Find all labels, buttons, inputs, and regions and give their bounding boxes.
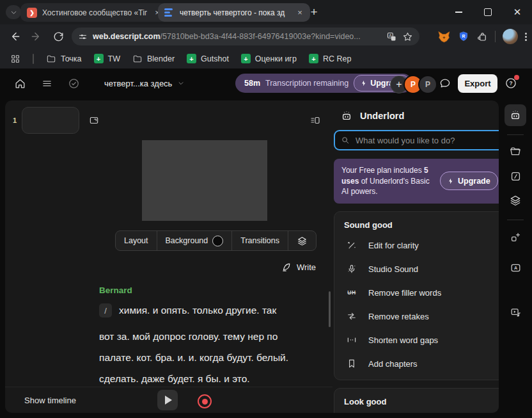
transcript-text[interactable]: палате. кот. бра. и. и. когда будут. бел…: [99, 347, 313, 368]
rail-underlord-button[interactable]: [505, 104, 526, 126]
apps-grid-icon[interactable]: [10, 54, 20, 64]
shield-extension-icon[interactable]: R: [458, 31, 469, 42]
avatar-p2[interactable]: P: [418, 75, 437, 94]
action-studio-sound[interactable]: Studio Sound: [334, 257, 499, 281]
translate-icon[interactable]: A: [386, 31, 397, 42]
remove-retakes-icon: [345, 310, 358, 322]
layout-label: Layout: [124, 236, 148, 245]
new-tab-button[interactable]: +: [306, 4, 322, 20]
check-circle-icon[interactable]: [68, 77, 80, 90]
studio-sound-icon: [345, 263, 358, 275]
back-icon[interactable]: [8, 29, 22, 44]
close-button[interactable]: ✕: [503, 0, 532, 24]
action-remove-filler-words[interactable]: UH Remove filler words: [334, 281, 499, 305]
speaker-label[interactable]: Bernard: [99, 285, 313, 295]
minimize-button[interactable]: [444, 0, 473, 24]
browser-tab-1[interactable]: ❯ Хостинговое сообщество «Tim ×: [20, 3, 168, 22]
action-add-chapters[interactable]: Add chapters: [334, 352, 499, 376]
folder-icon: [509, 145, 522, 158]
browser-menu-icon[interactable]: [525, 33, 527, 41]
tab2-close-icon[interactable]: ×: [295, 8, 305, 18]
rail-media-library-button[interactable]: [505, 141, 526, 163]
video-canvas[interactable]: [142, 140, 267, 221]
edit-for-clarity-icon: [345, 239, 358, 251]
comments-icon[interactable]: [439, 77, 451, 90]
transcript-line[interactable]: / химия. и опять. только другие. так: [99, 303, 313, 318]
help-button[interactable]: ?: [505, 77, 517, 90]
action-eye-contact[interactable]: Eye Contact: [334, 410, 499, 414]
fit-canvas-icon[interactable]: [88, 115, 100, 126]
search-icon: [341, 136, 350, 145]
rail-stock-media-button[interactable]: [505, 301, 526, 323]
transcript[interactable]: Bernard / химия. и опять. только другие.…: [99, 285, 313, 389]
bookmark-star-icon[interactable]: [402, 31, 413, 42]
reload-icon[interactable]: [51, 29, 65, 44]
tab2-title: четверть четвертого - пока зд: [180, 8, 290, 17]
stock-media-icon: [510, 307, 522, 319]
action-shorten-word-gaps[interactable]: Shorten word gaps: [334, 328, 499, 352]
action-edit-for-clarity[interactable]: Edit for clarity: [334, 234, 499, 257]
forward-icon[interactable]: [29, 29, 43, 44]
profile-avatar[interactable]: [503, 29, 518, 44]
transitions-button[interactable]: Transitions: [231, 231, 288, 250]
rail-properties-button[interactable]: [505, 165, 526, 187]
collaborators: + P P: [390, 75, 437, 94]
layers-icon: [509, 194, 522, 207]
toolbar-separator: [495, 31, 496, 42]
underlord-search-input[interactable]: [354, 135, 499, 146]
menu-icon[interactable]: [42, 78, 52, 89]
project-title-menu[interactable]: четверт...ка здесь: [104, 68, 184, 98]
bookmark-rc-rep[interactable]: + RC Rep: [309, 54, 351, 63]
slash-command-chip[interactable]: /: [99, 303, 112, 318]
bookmark-ocenki-igr[interactable]: + Оценки игр: [241, 54, 297, 63]
action-label: Edit for clarity: [368, 241, 419, 250]
document-column: 1 Layout Backg: [5, 100, 332, 413]
toggle-sidebar-icon[interactable]: [309, 115, 321, 126]
layers-button[interactable]: [288, 231, 316, 250]
background-button[interactable]: Background: [157, 231, 232, 250]
metamask-extension-icon[interactable]: [437, 30, 451, 44]
chevron-down-icon: [178, 80, 184, 86]
browser-tab-2[interactable]: четверть четвертого - пока зд ×: [158, 3, 310, 22]
record-button[interactable]: [198, 394, 212, 408]
play-button[interactable]: [157, 390, 178, 410]
layout-button[interactable]: Layout: [116, 231, 157, 250]
extensions-row: R: [437, 29, 527, 44]
transitions-label: Transitions: [240, 236, 279, 245]
browser-toolbar: web.descript.com/57810beb-bd3a-4f44-883f…: [0, 24, 532, 49]
scene-thumbnail[interactable]: [22, 107, 79, 134]
window-controls: ✕: [444, 0, 532, 24]
tab-search-button[interactable]: [6, 5, 21, 19]
url-path: /57810beb-bd3a-4f44-883f-64976419003e?ki…: [160, 32, 361, 41]
transcript-lines[interactable]: вот за. мой допрос голову. тему нер по п…: [99, 326, 313, 389]
bookmark-tochka[interactable]: Точка: [46, 54, 82, 64]
scene-item[interactable]: 1: [13, 107, 79, 134]
maximize-button[interactable]: [473, 0, 503, 24]
rail-divider: [507, 134, 524, 135]
underlord-search[interactable]: [334, 130, 499, 150]
plan-upgrade-label: Upgrade: [458, 177, 490, 186]
transcription-label: Transcription remaining: [265, 79, 348, 88]
rail-layers-button[interactable]: [505, 189, 526, 211]
export-button[interactable]: Export: [458, 74, 497, 93]
site-info-icon[interactable]: [78, 32, 88, 42]
write-button[interactable]: Write: [281, 262, 316, 273]
background-color-swatch[interactable]: [212, 236, 223, 246]
plan-upgrade-button[interactable]: Upgrade: [440, 172, 498, 190]
bookmark-gutshot[interactable]: + Gutshot: [187, 54, 229, 63]
show-timeline-button[interactable]: Show timeline: [24, 387, 76, 413]
action-remove-retakes[interactable]: Remove retakes: [334, 305, 499, 328]
action-label: Remove filler words: [368, 288, 441, 298]
bookmark-blender[interactable]: Blender: [132, 54, 175, 64]
bookmark-tw[interactable]: + TW: [94, 54, 120, 63]
transcript-scrollbar[interactable]: [329, 291, 331, 327]
address-bar[interactable]: web.descript.com/57810beb-bd3a-4f44-883f…: [72, 28, 419, 45]
transcript-text[interactable]: химия. и опять. только другие. так: [119, 305, 276, 316]
sheet-icon: +: [187, 54, 196, 63]
transcript-text[interactable]: вот за. мой допрос голову. тему нер по: [99, 326, 313, 347]
rail-add-elements-button[interactable]: [505, 226, 526, 248]
extensions-puzzle-icon[interactable]: [476, 31, 488, 42]
home-icon[interactable]: [14, 77, 26, 90]
workspace: 1 Layout Backg: [0, 98, 532, 418]
rail-captions-button[interactable]: A: [505, 257, 526, 278]
